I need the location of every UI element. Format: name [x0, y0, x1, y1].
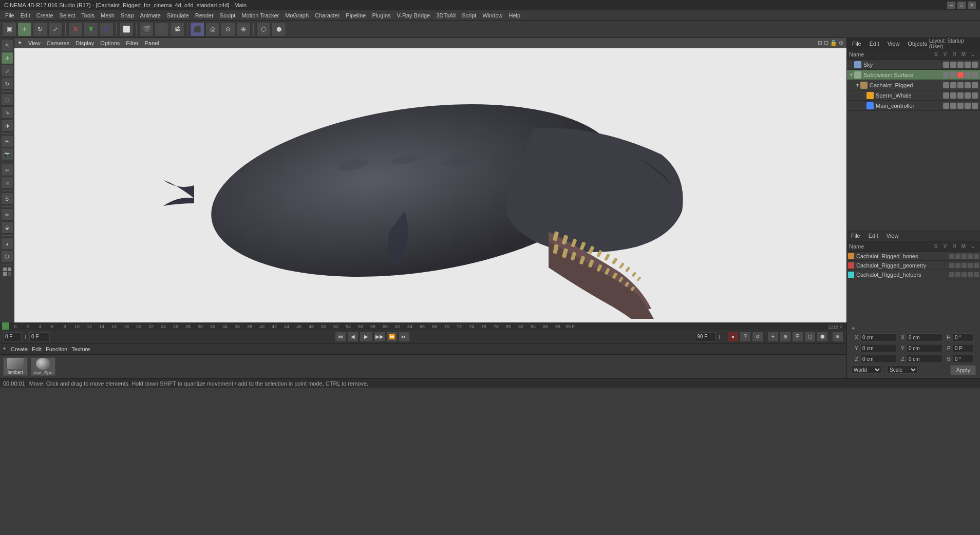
motion5-button[interactable]: ⬢ [817, 332, 828, 342]
menu-item-pipeline[interactable]: Pipeline [343, 11, 369, 20]
prev-frame-button[interactable]: ◀ [347, 332, 359, 342]
rotate-tool-button[interactable]: ↻ [33, 22, 47, 36]
shader-tool[interactable]: ⬥ [1, 237, 13, 250]
viewport-menu-icon[interactable]: ✦ [17, 40, 22, 46]
go-end-button[interactable]: ⏭ [399, 332, 410, 342]
shading-button[interactable]: ◎ [205, 22, 220, 36]
field-tool[interactable]: ≋ [1, 177, 13, 189]
y-axis-button[interactable]: Y [84, 22, 98, 36]
scale-tool-button[interactable]: ⤢ [48, 22, 63, 36]
attr-geometry-row[interactable]: Cachalot_Rigged_geometry [847, 261, 980, 270]
obj-row-subdivision[interactable]: ▼ Subdivision Surface [847, 70, 980, 80]
menu-item-select[interactable]: Select [56, 11, 79, 20]
b-input[interactable] [953, 355, 973, 363]
help-button[interactable]: ? [740, 332, 751, 342]
obj-file-tab[interactable]: File [850, 40, 863, 48]
motion3-button[interactable]: P [792, 332, 803, 342]
light-tool[interactable]: ☀ [1, 135, 13, 147]
x-size-input[interactable] [907, 333, 943, 341]
menu-item-sculpt[interactable]: Sculpt [217, 11, 239, 20]
deformer-tool[interactable]: ↩ [1, 164, 13, 176]
loop-button[interactable]: ↺ [752, 332, 763, 342]
play-all-button[interactable]: ⏩ [386, 332, 398, 342]
menu-item-simulate[interactable]: Simulate [164, 11, 192, 20]
model-mode-button[interactable]: ▣ [2, 22, 16, 36]
attr-edit-tab[interactable]: Edit [866, 232, 880, 240]
playback-end-input[interactable] [695, 332, 715, 341]
menu-item-mograph[interactable]: MoGraph [282, 11, 312, 20]
viewport-filter-menu[interactable]: Filter [126, 40, 138, 46]
motion4-button[interactable]: ⬡ [804, 332, 816, 342]
menu-item-mesh[interactable]: Mesh [98, 11, 118, 20]
menu-item-3dtoall[interactable]: 3DToAll [433, 11, 459, 20]
viewport-options-menu[interactable]: Options [100, 40, 120, 46]
menu-item-file[interactable]: File [2, 11, 17, 20]
polygon-tool[interactable]: ◻ [1, 93, 13, 106]
play-forward-button[interactable]: ▶▶ [374, 332, 385, 342]
display-mode-button[interactable]: ⬛ [190, 22, 204, 36]
viewport-panel-menu[interactable]: Panel [145, 40, 159, 46]
timeline-ruler[interactable]: 0246810121416182022242628303234363840424… [0, 322, 846, 330]
attr-file-tab[interactable]: File [849, 232, 862, 240]
motion1-button[interactable]: + [767, 332, 779, 342]
record-button[interactable]: ● [727, 332, 739, 342]
obj-view-tab[interactable]: View [885, 40, 902, 48]
menu-item-create[interactable]: Create [33, 11, 56, 20]
move-tool-button[interactable]: ✛ [17, 22, 32, 36]
paint-tool[interactable]: ✏ [1, 208, 13, 221]
menu-item-help[interactable]: Help [506, 11, 524, 20]
camera-tool[interactable]: 📷 [1, 148, 13, 160]
h-input[interactable] [953, 333, 973, 341]
mat-create-tab[interactable]: Create [11, 346, 28, 352]
object-button[interactable]: ⬜ [119, 22, 134, 36]
viewport-view-menu[interactable]: View [28, 40, 41, 46]
scale-tool[interactable]: ⤢ [1, 65, 13, 77]
apply-button[interactable]: Apply [950, 365, 976, 375]
select-tool[interactable]: ↖ [1, 39, 13, 51]
attr-bones-row[interactable]: Cachalot_Rigged_bones [847, 252, 980, 261]
attr-helpers-row[interactable]: Cachalot_Rigged_helpers [847, 270, 980, 279]
plugin2-button[interactable]: ⬢ [272, 22, 286, 36]
viewport[interactable]: ✦ View Cameras Display Options Filter Pa… [14, 38, 846, 322]
y-size-input[interactable] [907, 344, 943, 352]
z-size-input[interactable] [907, 355, 943, 363]
mat-edit-tab[interactable]: Edit [32, 346, 42, 352]
menu-item-character[interactable]: Character [312, 11, 343, 20]
menu-item-animate[interactable]: Animate [137, 11, 164, 20]
menu-item-motion tracker[interactable]: Motion Tracker [238, 11, 282, 20]
rigging-tool[interactable]: ⬡ [1, 250, 13, 262]
transform-mode-dropdown[interactable]: Scale Move Rotate [887, 366, 918, 374]
snap-button[interactable]: ⊕ [236, 22, 251, 36]
obj-row-sky[interactable]: Sky [847, 60, 980, 70]
viewport-display-menu[interactable]: Display [76, 40, 94, 46]
menu-item-v-ray bridge[interactable]: V-Ray Bridge [394, 11, 434, 20]
render-to-po-button[interactable]: 📽 [170, 22, 184, 36]
obj-row-cachalot[interactable]: ▼ Cachalot_Rigged [847, 80, 980, 90]
sculpt-tool[interactable]: ⬙ [1, 221, 13, 234]
material-matspe[interactable]: mat_Spe [31, 357, 55, 376]
go-start-button[interactable]: ⏮ [335, 332, 346, 342]
rotate-tool[interactable]: ↻ [1, 78, 13, 90]
mat-function-tab[interactable]: Function [46, 346, 67, 352]
play-button[interactable]: ▶ [360, 332, 373, 342]
x-pos-input[interactable] [860, 333, 896, 341]
y-pos-input[interactable] [860, 344, 896, 352]
menu-item-edit[interactable]: Edit [17, 11, 33, 20]
current-frame-input[interactable] [3, 332, 22, 341]
plugin1-button[interactable]: ⬡ [256, 22, 271, 36]
nurbs-tool[interactable]: ⬗ [1, 119, 13, 131]
character-tool[interactable]: S [1, 193, 13, 205]
attr-view-tab[interactable]: View [884, 232, 901, 240]
playback-start-input[interactable] [29, 332, 50, 341]
render-settings-button[interactable]: 🎥 [155, 22, 169, 36]
timeline-mode-button[interactable]: ≡ [832, 332, 843, 342]
x-axis-button[interactable]: X [68, 22, 83, 36]
viewport-cameras-menu[interactable]: Cameras [47, 40, 70, 46]
obj-edit-tab[interactable]: Edit [868, 40, 881, 48]
menu-item-tools[interactable]: Tools [78, 11, 98, 20]
menu-item-window[interactable]: Window [479, 11, 505, 20]
title-bar-controls[interactable]: ─ □ ✕ [947, 2, 976, 9]
move-tool[interactable]: ✛ [1, 52, 13, 64]
spline-tool[interactable]: ∿ [1, 106, 13, 119]
close-button[interactable]: ✕ [968, 2, 976, 9]
